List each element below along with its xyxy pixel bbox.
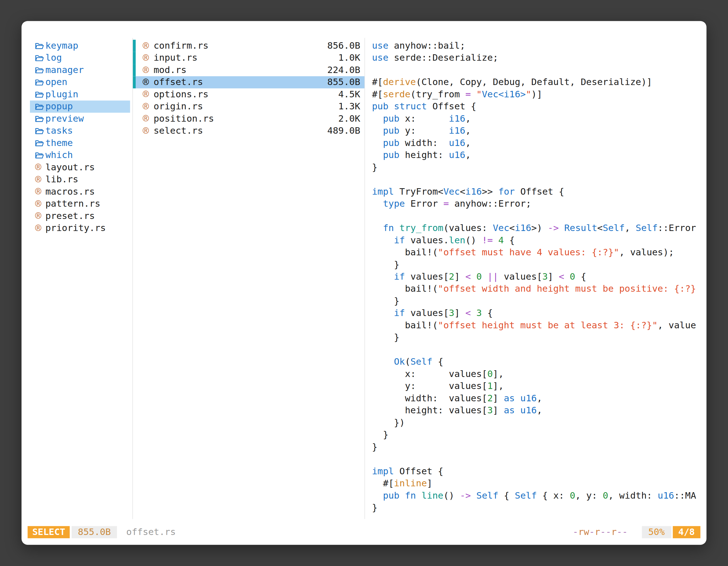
rust-file-icon: ®	[143, 64, 149, 76]
code-line	[372, 64, 702, 76]
sidebar-item-label: pattern.rs	[45, 198, 100, 210]
file-row-mod-rs[interactable]: ® mod.rs 224.0B	[133, 64, 365, 76]
file-name: input.rs	[154, 52, 198, 64]
sidebar-item-label: preset.rs	[45, 210, 95, 222]
open-folder-icon	[35, 42, 44, 49]
code-line: pub fn line() -> Self { Self { x: 0, y: …	[372, 490, 702, 502]
code-line: pub struct Offset {	[372, 101, 702, 113]
code-line: y: values[1],	[372, 380, 702, 392]
rust-file-icon: ®	[35, 222, 41, 234]
file-size: 1.3K	[338, 101, 360, 113]
sidebar-item-label: plugin	[45, 88, 78, 100]
rust-file-icon: ®	[143, 40, 149, 52]
code-line: if values[3] < 3 {	[372, 307, 702, 319]
parent-directory-pane: ® keymap ® log	[30, 40, 130, 234]
code-line: bail!("offset width and height must be p…	[372, 283, 702, 295]
file-size: 1.0K	[338, 52, 360, 64]
file-row-origin-rs[interactable]: ® origin.rs 1.3K	[133, 101, 365, 113]
code-line: impl Offset {	[372, 465, 702, 477]
code-line: }	[372, 502, 702, 514]
open-folder-icon	[35, 140, 44, 147]
file-name: origin.rs	[154, 101, 203, 113]
file-row-input-rs[interactable]: ® input.rs 1.0K	[133, 52, 365, 64]
open-folder-icon	[35, 128, 44, 135]
file-row-select-rs[interactable]: ® select.rs 489.0B	[133, 125, 365, 137]
sidebar-item-label: macros.rs	[45, 186, 95, 198]
rust-file-icon: ®	[35, 210, 41, 222]
code-line: #[serde(try_from = "Vec<i16>")]	[372, 88, 702, 100]
sidebar-item-popup[interactable]: ® popup	[30, 101, 130, 113]
rust-file-icon: ®	[35, 173, 41, 186]
code-line	[372, 453, 702, 465]
sidebar-item-priority-rs[interactable]: ® priority.rs	[30, 222, 130, 234]
open-folder-icon	[35, 67, 44, 74]
file-row-confirm-rs[interactable]: ® confirm.rs 856.0B	[133, 40, 365, 52]
code-line: }	[372, 295, 702, 307]
open-folder-icon	[35, 115, 44, 122]
sidebar-item-preset-rs[interactable]: ® preset.rs	[30, 210, 130, 222]
preview-code: use anyhow::bail;use serde::Deserialize;…	[372, 40, 702, 514]
sidebar-item-label: manager	[45, 64, 84, 76]
sidebar-item-label: preview	[45, 113, 84, 125]
sidebar-item-macros-rs[interactable]: ® macros.rs	[30, 186, 130, 198]
sidebar-item-label: layout.rs	[45, 161, 95, 173]
sidebar-item-theme[interactable]: ® theme	[30, 137, 130, 149]
pane-divider-right	[365, 38, 365, 519]
file-size: 224.0B	[327, 64, 360, 76]
sidebar-item-tasks[interactable]: ® tasks	[30, 125, 130, 137]
code-line: pub x: i16,	[372, 113, 702, 125]
file-name: select.rs	[154, 125, 203, 137]
code-line: impl TryFrom<Vec<i16>> for Offset {	[372, 186, 702, 198]
sidebar-item-which[interactable]: ® which	[30, 149, 130, 161]
rust-file-icon: ®	[143, 113, 149, 125]
status-filename: offset.rs	[126, 526, 176, 538]
code-line: use anyhow::bail;	[372, 40, 702, 52]
sidebar-item-label: log	[45, 52, 62, 64]
code-line	[372, 173, 702, 186]
sidebar-item-open[interactable]: ® open	[30, 76, 130, 88]
yazi-file-manager-window: ® keymap ® log	[22, 21, 706, 545]
rust-file-icon: ®	[143, 125, 149, 137]
file-name: options.rs	[154, 88, 208, 100]
rust-file-icon: ®	[143, 52, 149, 64]
sidebar-item-plugin[interactable]: ® plugin	[30, 88, 130, 100]
mode-badge: SELECT	[28, 526, 70, 538]
current-directory-pane: ® confirm.rs 856.0B ® input.rs 1.0K ®	[133, 40, 365, 137]
status-bar: SELECT 855.0B offset.rs -rw-r--r-- 50% 4…	[28, 526, 701, 538]
file-size: 2.0K	[338, 113, 360, 125]
open-folder-icon	[35, 152, 44, 159]
sidebar-item-manager[interactable]: ® manager	[30, 64, 130, 76]
rust-file-icon: ®	[143, 76, 149, 88]
sidebar-item-label: which	[45, 149, 73, 161]
scroll-percent-badge: 50%	[642, 526, 671, 538]
open-folder-icon	[35, 55, 44, 62]
file-row-position-rs[interactable]: ® position.rs 2.0K	[133, 113, 365, 125]
sidebar-item-lib-rs[interactable]: ® lib.rs	[30, 173, 130, 186]
rust-file-icon: ®	[35, 161, 41, 173]
code-line: bail!("offset height must be at least 3:…	[372, 319, 702, 331]
sidebar-item-label: open	[45, 76, 67, 88]
code-line: fn try_from(values: Vec<i16>) -> Result<…	[372, 222, 702, 234]
code-line: if values.len() != 4 {	[372, 234, 702, 247]
sidebar-item-keymap[interactable]: ® keymap	[30, 40, 130, 52]
sidebar-item-layout-rs[interactable]: ® layout.rs	[30, 161, 130, 173]
code-line: #[derive(Clone, Copy, Debug, Default, De…	[372, 76, 702, 88]
code-line: width: values[2] as u16,	[372, 392, 702, 404]
code-line: })	[372, 417, 702, 429]
file-size: 856.0B	[327, 40, 360, 52]
open-folder-icon	[35, 103, 44, 110]
file-size-badge: 855.0B	[72, 526, 117, 538]
file-size: 855.0B	[327, 76, 360, 88]
file-row-offset-rs[interactable]: ® offset.rs 855.0B	[133, 76, 365, 88]
file-preview-pane: use anyhow::bail;use serde::Deserialize;…	[372, 40, 702, 523]
rust-file-icon: ®	[143, 101, 149, 113]
file-row-options-rs[interactable]: ® options.rs 4.5K	[133, 88, 365, 100]
sidebar-item-label: theme	[45, 137, 73, 149]
sidebar-item-pattern-rs[interactable]: ® pattern.rs	[30, 198, 130, 210]
sidebar-item-log[interactable]: ® log	[30, 52, 130, 64]
desktop-background: ® keymap ® log	[0, 0, 728, 566]
code-line: pub y: i16,	[372, 125, 702, 137]
sidebar-item-preview[interactable]: ® preview	[30, 113, 130, 125]
code-line: }	[372, 441, 702, 453]
file-name: mod.rs	[154, 64, 187, 76]
